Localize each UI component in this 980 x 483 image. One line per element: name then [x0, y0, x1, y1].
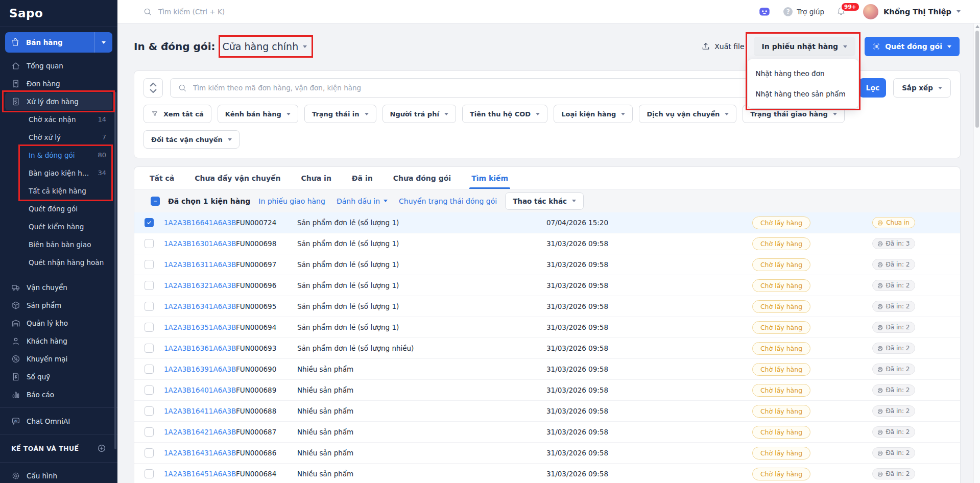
package-search-input[interactable] [192, 83, 748, 92]
tab-chua-ong-goi[interactable]: Chưa đóng gói [393, 167, 451, 189]
table-row[interactable]: 1A2A3B16311A6A3BFUN000697Sản phẩm đơn lẻ… [134, 254, 960, 275]
package-code-link[interactable]: 1A2A3B16311A6A3B [164, 260, 236, 269]
help-button[interactable]: ? Trợ giúp [783, 7, 824, 16]
package-code-link[interactable]: 1A2A3B16401A6A3B [164, 386, 236, 394]
sidebar-item--on-hang[interactable]: Đơn hàng [5, 75, 112, 92]
row-checkbox[interactable] [145, 344, 154, 353]
row-checkbox[interactable] [145, 281, 154, 290]
sidebar-scrollbar[interactable] [114, 92, 116, 449]
row-checkbox[interactable] [145, 469, 154, 478]
sidebar-item-quan-ly-kho[interactable]: Quản lý kho [5, 314, 112, 332]
scan-packing-button[interactable]: Quét đóng gói [865, 37, 960, 56]
sidebar-item-cho-xu-ly[interactable]: Chờ xử lý7 [5, 128, 112, 146]
table-row[interactable]: 1A2A3B16351A6A3BFUN000694Sản phẩm đơn lẻ… [134, 317, 960, 338]
table-row[interactable]: 1A2A3B16431A6A3BFUN000686Nhiều sản phẩm3… [134, 443, 960, 464]
tab--a-in[interactable]: Đã in [352, 167, 373, 189]
table-row[interactable]: 1A2A3B16411A6A3BFUN000688Nhiều sản phẩm3… [134, 401, 960, 422]
sidebar-item-in-ong-goi[interactable]: In & đóng gói80 [5, 146, 112, 164]
store-selector[interactable]: Cửa hàng chính [223, 41, 307, 52]
sidebar-item-tong-quan[interactable]: Tổng quan [5, 57, 112, 75]
assistant-robot-icon[interactable] [758, 5, 771, 18]
sidebar-item-van-chuyen[interactable]: Vận chuyển [5, 278, 112, 296]
sidebar-item-ban-hang-toggle[interactable] [94, 32, 112, 53]
sidebar-item-quet-kiem-hang[interactable]: Quét kiểm hàng [5, 218, 112, 235]
package-search[interactable] [171, 83, 755, 92]
row-checkbox[interactable] [145, 323, 154, 332]
package-code-link[interactable]: 1A2A3B16341A6A3B [164, 302, 236, 310]
user-menu[interactable]: Khổng Thị Thiệp [863, 4, 961, 19]
notifications-button[interactable]: 99+ [836, 6, 846, 17]
row-checkbox[interactable] [145, 239, 154, 248]
sidebar-item-bao-cao[interactable]: Báo cáo [5, 385, 112, 403]
page-scrollbar[interactable] [973, 23, 980, 483]
table-row[interactable]: 1A2A3B16341A6A3BFUN000695Sản phẩm đơn lẻ… [134, 296, 960, 317]
filter-chip-nguoi-tra-phi[interactable]: Người trả phí [383, 105, 456, 123]
sidebar-item-cau-hinh[interactable]: Cấu hình [5, 467, 112, 483]
row-checkbox[interactable] [145, 365, 154, 374]
sidebar-item-quet-nhan-hang-hoan[interactable]: Quét nhận hàng hoàn [5, 253, 112, 271]
table-row[interactable]: 1A2A3B16421A6A3BFUN000687Nhiều sản phẩm3… [134, 422, 960, 443]
table-row[interactable]: 1A2A3B16451A6A3BFUN000684Nhiều sản phẩm3… [134, 464, 960, 483]
package-code-link[interactable]: 1A2A3B16421A6A3B [164, 428, 236, 436]
package-code-link[interactable]: 1A2A3B16641A6A3B [164, 219, 236, 227]
sidebar-item-so-quy[interactable]: Sổ quỹ [5, 368, 112, 385]
sidebar-item-xu-ly-on-hang[interactable]: Xử lý đơn hàng [5, 92, 112, 110]
row-checkbox[interactable] [145, 427, 154, 437]
sidebar-item-san-pham[interactable]: Sản phẩm [5, 296, 112, 314]
print-menu-item[interactable]: Nhặt hàng theo sản phẩm [748, 84, 859, 104]
sidebar-item-tat-ca-kien-hang[interactable]: Tất cả kiện hàng [5, 182, 112, 200]
sidebar-item-ban-hang[interactable]: Bán hàng [5, 32, 112, 53]
sort-button[interactable]: Sắp xếp [893, 78, 951, 98]
row-checkbox[interactable] [145, 302, 154, 311]
export-file-button[interactable]: Xuất file [701, 42, 744, 51]
filter-chip-loai-kien-hang[interactable]: Loại kiện hàng [554, 105, 633, 123]
package-code-link[interactable]: 1A2A3B16321A6A3B [164, 281, 236, 289]
table-row[interactable]: 1A2A3B16361A6A3BFUN000693Sản phẩm đơn lẻ… [134, 338, 960, 359]
row-checkbox[interactable] [145, 218, 154, 227]
filter-chip-tien-thu-ho-cod[interactable]: Tiền thu hộ COD [462, 105, 547, 123]
tab-chua-in[interactable]: Chưa in [301, 167, 331, 189]
bulk-action--anh-dau-in[interactable]: Đánh dấu in [337, 197, 388, 205]
filter-chip-kenh-ban-hang[interactable]: Kênh bán hàng [218, 105, 298, 123]
sidebar-item-ban-giao-kien-hang[interactable]: Bàn giao kiện hàng34 [5, 164, 112, 182]
sidebar-item-khach-hang[interactable]: Khách hàng [5, 332, 112, 350]
table-row[interactable]: 1A2A3B16321A6A3BFUN000696Sản phẩm đơn lẻ… [134, 275, 960, 296]
package-code-link[interactable]: 1A2A3B16351A6A3B [164, 323, 236, 331]
package-code-link[interactable]: 1A2A3B16411A6A3B [164, 407, 236, 415]
row-checkbox[interactable] [145, 385, 154, 395]
filter-apply-button[interactable]: Lọc [859, 78, 886, 98]
tab-tat-ca[interactable]: Tất cả [150, 167, 174, 189]
package-code-link[interactable]: 1A2A3B16301A6A3B [164, 239, 236, 248]
filter-chip--oi-tac-van-chuyen[interactable]: Đối tác vận chuyển [144, 130, 240, 149]
package-code-link[interactable]: 1A2A3B16431A6A3B [164, 449, 236, 457]
row-checkbox[interactable] [145, 260, 154, 269]
bulk-action-in-phieu-giao-hang[interactable]: In phiếu giao hàng [258, 197, 325, 205]
select-all-checkbox[interactable] [151, 197, 160, 206]
global-search[interactable] [143, 7, 310, 16]
bulk-action-chuyen-trang-thai-ong-goi[interactable]: Chuyển trạng thái đóng gói [399, 197, 497, 205]
table-row[interactable]: 1A2A3B16401A6A3BFUN000689Nhiều sản phẩm3… [134, 380, 960, 401]
table-row[interactable]: 1A2A3B16301A6A3BFUN000698Sản phẩm đơn lẻ… [134, 233, 960, 254]
sidebar-item-chat-omniai[interactable]: AIChat OmniAI [5, 412, 112, 430]
print-menu-item[interactable]: Nhặt hàng theo đơn [748, 63, 859, 84]
global-search-input[interactable] [157, 7, 310, 16]
table-row[interactable]: 1A2A3B16391A6A3BFUN000690Nhiều sản phẩm3… [134, 359, 960, 380]
row-checkbox[interactable] [145, 406, 154, 416]
tab-chua-ay-van-chuyen[interactable]: Chưa đẩy vận chuyển [195, 167, 280, 189]
collapse-filters-button[interactable] [144, 78, 163, 98]
sidebar-item-bien-ban-ban-giao[interactable]: Biên bản bàn giao [5, 235, 112, 253]
filter-chip-trang-thai-in[interactable]: Trạng thái in [304, 105, 376, 123]
package-code-link[interactable]: 1A2A3B16361A6A3B [164, 344, 236, 352]
more-actions-button[interactable]: Thao tác khác [505, 192, 584, 210]
tab-tim-kiem[interactable]: Tìm kiếm [471, 167, 508, 189]
print-pick-list-button[interactable]: In phiếu nhặt hàng [754, 37, 856, 56]
sidebar-section-ke-toan-va-thue[interactable]: KẾ TOÁN VÀ THUẾ [5, 439, 112, 458]
filter-chip-dich-vu-van-chuyen[interactable]: Dịch vụ vận chuyển [639, 105, 736, 123]
sidebar-item-ban-hang-main[interactable]: Bán hàng [5, 32, 94, 53]
package-code-link[interactable]: 1A2A3B16391A6A3B [164, 365, 236, 373]
sidebar-item-cho-xac-nhan[interactable]: Chờ xác nhận14 [5, 110, 112, 128]
filter-chip-xem-tat-ca[interactable]: Xem tất cả [144, 105, 211, 123]
sidebar-item-khuyen-mai[interactable]: Khuyến mại [5, 350, 112, 368]
package-code-link[interactable]: 1A2A3B16451A6A3B [164, 470, 236, 478]
table-row[interactable]: 1A2A3B16641A6A3BFUN000724Sản phẩm đơn lẻ… [134, 212, 960, 233]
